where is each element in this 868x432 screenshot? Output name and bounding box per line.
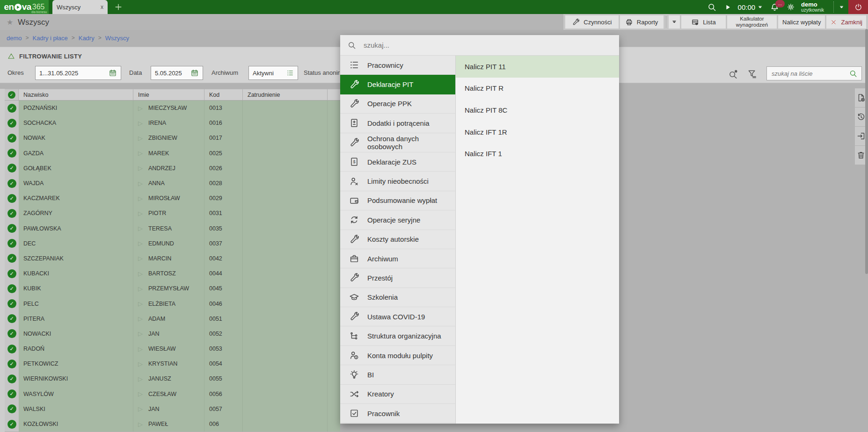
table-row[interactable]: ✓ WAJDA ▷ANNA 0028: [5, 176, 340, 191]
calendar-icon[interactable]: [109, 69, 117, 77]
submenu-item[interactable]: Nalicz PIT 8C: [456, 99, 619, 121]
expand-triangle-icon[interactable]: ▷: [138, 225, 143, 232]
menu-item[interactable]: Szkolenia: [340, 288, 455, 307]
expand-triangle-icon[interactable]: ▷: [138, 330, 143, 337]
row-selected-checkmark[interactable]: ✓: [5, 115, 19, 130]
lista-button[interactable]: Lista: [681, 15, 726, 29]
list-search-box[interactable]: [766, 66, 862, 80]
expand-triangle-icon[interactable]: ▷: [138, 135, 143, 142]
menu-item[interactable]: Kreatory: [340, 385, 455, 404]
search-icon[interactable]: [849, 69, 858, 78]
expand-triangle-icon[interactable]: ▷: [138, 150, 143, 157]
menu-item[interactable]: Konta modułu pulpity: [340, 346, 455, 365]
menu-item[interactable]: Podsumowanie wypłat: [340, 191, 455, 210]
expand-triangle-icon[interactable]: ▷: [138, 210, 143, 217]
column-header-nazwisko[interactable]: Nazwisko: [19, 89, 133, 100]
row-selected-checkmark[interactable]: ✓: [5, 281, 19, 296]
breadcrumb-wszyscy[interactable]: Wszyscy: [105, 35, 129, 42]
menu-search-input[interactable]: [363, 41, 505, 50]
submenu-item[interactable]: Nalicz IFT 1: [456, 143, 619, 165]
filter-header[interactable]: FILTROWANIE LISTY: [7, 52, 82, 60]
column-header-zatrudnienie[interactable]: Zatrudnienie: [243, 89, 328, 100]
notifications-button[interactable]: …: [770, 2, 780, 12]
row-selected-checkmark[interactable]: ✓: [5, 176, 19, 191]
menu-item[interactable]: Operacje PPK: [340, 94, 455, 114]
table-row[interactable]: ✓ KOZŁOWSKI ▷PAWEŁ 006: [5, 417, 340, 432]
table-row[interactable]: ✓ WALSKI ▷JAN 0057: [5, 402, 340, 417]
table-row[interactable]: ✓ NOWACKI ▷JAN 0052: [5, 326, 340, 341]
submenu-item[interactable]: Nalicz PIT R: [456, 78, 619, 100]
table-row[interactable]: ✓ GOŁĄBEK ▷ANDRZEJ 0026: [5, 161, 340, 176]
table-row[interactable]: ✓ DEC ▷EDMUND 0037: [5, 236, 340, 251]
menu-item[interactable]: Koszty autorskie: [340, 230, 455, 249]
menu-item[interactable]: Deklaracje PIT: [340, 75, 455, 94]
row-selected-checkmark[interactable]: ✓: [5, 191, 19, 206]
expand-triangle-icon[interactable]: ▷: [138, 120, 143, 127]
row-selected-checkmark[interactable]: ✓: [5, 371, 19, 386]
expand-triangle-icon[interactable]: ▷: [138, 255, 143, 262]
table-row[interactable]: ✓ WIERNIKOWSKI ▷JANUSZ 0055: [5, 371, 340, 386]
expand-triangle-icon[interactable]: ▷: [138, 180, 143, 187]
czynnosci-button[interactable]: Czynności: [565, 15, 619, 29]
expand-triangle-icon[interactable]: ▷: [138, 300, 143, 307]
expand-triangle-icon[interactable]: ▷: [138, 105, 143, 112]
table-row[interactable]: ✓ PELC ▷ELŻBIETA 0046: [5, 296, 340, 311]
breadcrumb-kadry-i-place[interactable]: Kadry i płace: [33, 35, 68, 42]
table-row[interactable]: ✓ SOCHACKA ▷IRENA 0016: [5, 115, 340, 130]
row-selected-checkmark[interactable]: ✓: [5, 341, 19, 356]
table-row[interactable]: ✓ ZAGÓRNY ▷PIOTR 0031: [5, 206, 340, 221]
row-selected-checkmark[interactable]: ✓: [5, 266, 19, 281]
breadcrumb-kadry[interactable]: Kadry: [79, 35, 95, 42]
row-selected-checkmark[interactable]: ✓: [5, 296, 19, 311]
column-header-imie[interactable]: Imie: [133, 89, 204, 100]
tab-close-icon[interactable]: x: [101, 4, 103, 10]
menu-item[interactable]: Operacje seryjne: [340, 210, 455, 230]
table-row[interactable]: ✓ KUBIK ▷PRZEMYSŁAW 0045: [5, 281, 340, 296]
list-select-icon[interactable]: [286, 69, 294, 77]
tab-wszyscy[interactable]: Wszyscy x: [52, 0, 108, 14]
session-dropdown-icon[interactable]: [839, 4, 845, 10]
menu-item[interactable]: Pracownik: [340, 404, 455, 423]
menu-item[interactable]: Deklaracje ZUS: [340, 152, 455, 172]
expand-triangle-icon[interactable]: ▷: [138, 240, 143, 247]
submenu-item[interactable]: Nalicz IFT 1R: [456, 121, 619, 143]
archiwum-input[interactable]: Aktywni: [248, 66, 298, 80]
nalicz-wyplaty-button[interactable]: Nalicz wypłaty: [778, 15, 825, 29]
menu-item[interactable]: Archiwum: [340, 249, 455, 268]
raporty-dropdown-button[interactable]: [669, 15, 680, 29]
expand-triangle-icon[interactable]: ▷: [138, 360, 143, 367]
table-row[interactable]: ✓ PAWŁOWSKA ▷TERESA 0035: [5, 221, 340, 236]
menu-item[interactable]: Przestój: [340, 268, 455, 288]
data-input[interactable]: 5.05.2025: [151, 66, 203, 80]
expand-triangle-icon[interactable]: ▷: [138, 390, 143, 397]
vertical-scrollbar[interactable]: [865, 29, 868, 274]
row-selected-checkmark[interactable]: ✓: [5, 326, 19, 341]
row-selected-checkmark[interactable]: ✓: [5, 387, 19, 402]
favorite-star-icon[interactable]: ★: [7, 18, 13, 27]
table-row[interactable]: ✓ SZCZEPANIAK ▷MARCIN 0042: [5, 251, 340, 266]
expand-triangle-icon[interactable]: ▷: [138, 405, 143, 412]
menu-item[interactable]: Limity nieobecności: [340, 172, 455, 191]
zamknij-button[interactable]: Zamknij: [826, 15, 866, 29]
kalkulator-button[interactable]: Kalkulator wynagrodzeń: [727, 15, 777, 29]
row-selected-checkmark[interactable]: ✓: [5, 101, 19, 115]
list-search-input[interactable]: [771, 70, 847, 78]
expand-triangle-icon[interactable]: ▷: [138, 421, 143, 428]
row-selected-checkmark[interactable]: ✓: [5, 311, 19, 326]
table-row[interactable]: ✓ PETKOWICZ ▷KRYSTIAN 0054: [5, 356, 340, 371]
timer-dropdown-icon[interactable]: [757, 4, 763, 10]
calendar-icon[interactable]: [190, 69, 199, 77]
row-selected-checkmark[interactable]: ✓: [5, 206, 19, 221]
column-header-kod[interactable]: Kod: [204, 89, 243, 100]
menu-item[interactable]: Ustawa COVID-19: [340, 307, 455, 326]
expand-triangle-icon[interactable]: ▷: [138, 375, 143, 382]
advanced-search-icon[interactable]: [728, 69, 739, 79]
expand-triangle-icon[interactable]: ▷: [138, 195, 143, 202]
row-selected-checkmark[interactable]: ✓: [5, 146, 19, 161]
expand-triangle-icon[interactable]: ▷: [138, 315, 143, 322]
breadcrumb-demo[interactable]: demo: [7, 35, 22, 42]
global-search-icon[interactable]: [707, 2, 717, 12]
raporty-button[interactable]: Raporty: [620, 15, 664, 29]
filter-funnel-icon[interactable]: [747, 69, 758, 79]
row-selected-checkmark[interactable]: ✓: [5, 236, 19, 251]
